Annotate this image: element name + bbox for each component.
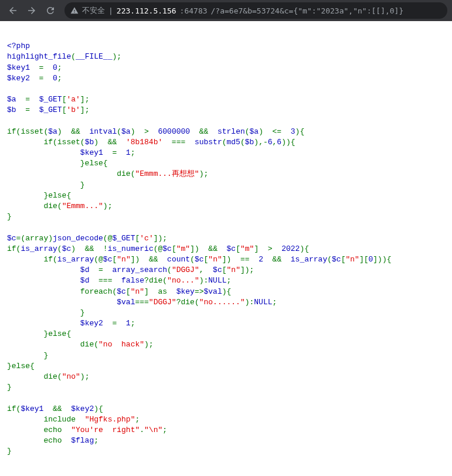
forward-button[interactable] [23,2,40,19]
warning-icon [70,6,79,15]
url-host: 223.112.5.156 [117,6,176,15]
url-port: :64783 [180,6,208,15]
back-button[interactable] [5,2,21,19]
security-label: 不安全 [82,5,105,16]
browser-toolbar: 不安全 | 223.112.5.156:64783/?a=6e7&b=53724… [0,0,452,21]
page-content: <?php highlight_file(__FILE__); $key1 = … [0,21,452,476]
address-bar[interactable]: 不安全 | 223.112.5.156:64783/?a=6e7&b=53724… [64,2,447,19]
url-path: /?a=6e7&b=53724&c={"m":"2023a","n":[[],0… [211,6,404,15]
reload-button[interactable] [42,2,59,19]
separator: | [108,6,113,15]
php-code: <?php highlight_file(__FILE__); $key1 = … [7,41,445,457]
